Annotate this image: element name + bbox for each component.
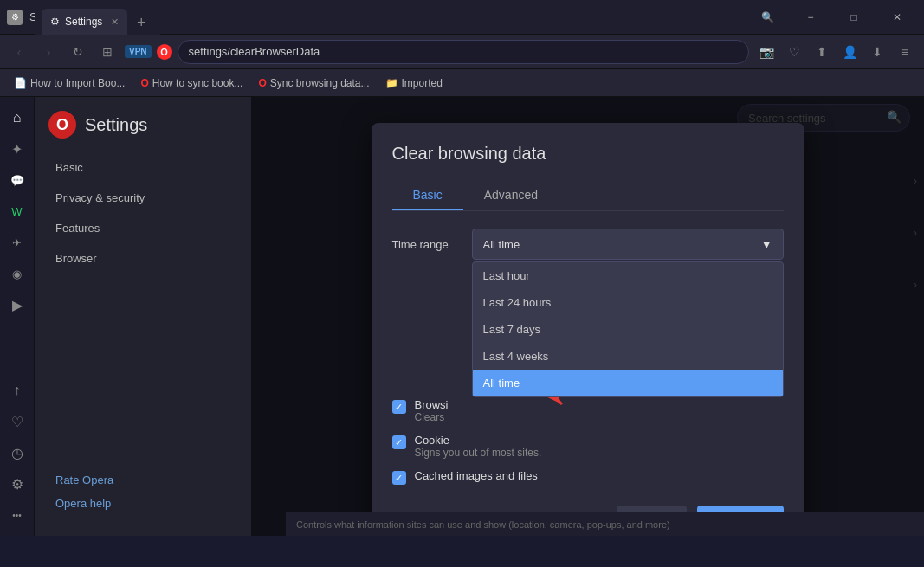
tab-favicon: ⚙ [7, 10, 23, 25]
settings-page-title: Settings [85, 115, 147, 135]
sidebar-icon-chat[interactable]: 💬 [3, 166, 31, 194]
sidebar-icon-play[interactable]: ▶ [3, 291, 31, 319]
close-button[interactable]: ✕ [877, 4, 917, 30]
bookmark-icon-1: 📄 [14, 77, 27, 89]
sidebar-icon-whatsapp[interactable]: W [3, 197, 31, 225]
opera-icon-3: O [258, 77, 266, 89]
checkbox-cookies-labels: Cookie Signs you out of most sites. [415, 434, 542, 459]
time-range-dropdown-menu: Last hour Last 24 hours Last 7 days Last… [472, 261, 784, 397]
nav-item-basic[interactable]: Basic [42, 152, 244, 183]
dialog-tabs: Basic Advanced [392, 181, 784, 211]
sidebar-icon-telegram[interactable]: ✈ [3, 229, 31, 256]
settings-title-area: O Settings [35, 111, 251, 152]
bookmark-item-2[interactable]: O How to sync book... [133, 74, 249, 93]
bookmark-label-4: Imported [402, 77, 443, 89]
camera-button[interactable]: 📷 [754, 40, 779, 64]
bookmark-label-1: How to Import Boo... [30, 77, 125, 89]
opera-logo-small: O [157, 44, 172, 60]
content-area: 🔍 › › › Clear browsing data Basic Advanc… [251, 97, 924, 536]
checkbox-row-cookies: ✓ Cookie Signs you out of most sites. [392, 434, 784, 459]
time-range-label: Time range [392, 238, 462, 251]
folder-icon-4: 📁 [385, 77, 398, 89]
clear-browsing-data-dialog: Clear browsing data Basic Advanced Time … [372, 123, 804, 536]
tab-icon: ⚙ [50, 16, 60, 28]
minimize-button[interactable]: − [791, 4, 830, 30]
nav-item-features[interactable]: Features [42, 213, 244, 243]
settings-tab[interactable]: ⚙ Settings ✕ [42, 9, 127, 35]
settings-bottom-links: Rate Opera Opera help [35, 461, 251, 522]
bottom-status-bar: Controls what information sites can use … [286, 512, 924, 536]
time-range-dropdown-button[interactable]: All time ▼ [472, 229, 784, 260]
dropdown-option-last-7d[interactable]: Last 7 days [473, 316, 783, 343]
navbar: ‹ › ↻ ⊞ VPN O settings/clearBrowserData … [0, 35, 924, 69]
sidebar-icon-star[interactable]: ✦ [3, 135, 31, 163]
dialog-tab-basic[interactable]: Basic [392, 181, 463, 210]
checkbox-cookies[interactable]: ✓ [392, 435, 406, 449]
bookmark-item-4[interactable]: 📁 Imported [378, 74, 449, 93]
sidebar-icon-arrow-up[interactable]: ↑ [3, 377, 31, 404]
sidebar-icon-gear[interactable]: ⚙ [3, 470, 31, 498]
cookies-label: Cookie [415, 434, 542, 447]
bookmark-label-3: Sync browsing data... [270, 77, 370, 89]
dropdown-chevron-icon: ▼ [761, 238, 772, 251]
sidebar-icon-clock[interactable]: ◷ [3, 439, 31, 467]
main-layout: ⌂ ✦ 💬 W ✈ ◉ ▶ ↑ ♡ ◷ ⚙ ••• O Settings Bas… [0, 97, 924, 536]
time-range-row: Time range All time ▼ Last hour Last 24 … [392, 229, 784, 260]
settings-sidebar: O Settings Basic Privacy & security Feat… [35, 97, 251, 536]
tab-close-icon[interactable]: ✕ [111, 16, 119, 28]
dialog-tab-advanced[interactable]: Advanced [463, 181, 559, 210]
address-bar[interactable]: settings/clearBrowserData [178, 40, 749, 64]
dropdown-option-last-24h[interactable]: Last 24 hours [473, 289, 783, 316]
dropdown-option-all-time[interactable]: All time [473, 370, 783, 396]
titlebar: ⚙ Settings ⚙ Settings ✕ + 🔍 − □ ✕ [0, 0, 924, 35]
menu-button[interactable]: ≡ [893, 40, 917, 64]
back-button[interactable]: ‹ [7, 40, 31, 64]
selected-value: All time [483, 238, 520, 251]
bookmarks-bar: 📄 How to Import Boo... O How to sync boo… [0, 69, 924, 97]
icon-sidebar: ⌂ ✦ 💬 W ✈ ◉ ▶ ↑ ♡ ◷ ⚙ ••• [0, 97, 35, 536]
bookmark-item-1[interactable]: 📄 How to Import Boo... [7, 74, 132, 93]
checkbox-row-browsing: ✓ Browsi Clears [392, 398, 784, 423]
tab-strip: ⚙ Settings ✕ + [35, 0, 160, 35]
checkbox-browsing-labels: Browsi Clears [415, 398, 449, 423]
sidebar-icon-heart[interactable]: ♡ [3, 408, 31, 435]
url-text: settings/clearBrowserData [189, 45, 320, 58]
vpn-badge[interactable]: VPN [125, 45, 152, 58]
add-tab-button[interactable]: + [129, 10, 153, 35]
bookmark-item-3[interactable]: O Sync browsing data... [251, 74, 376, 93]
upload-button[interactable]: ⬆ [810, 40, 834, 64]
checkbox-cache-labels: Cached images and files [415, 469, 538, 482]
opera-help-link[interactable]: Opera help [42, 492, 244, 515]
nav-right-icons: 📷 ♡ ⬆ 👤 ⬇ ≡ [754, 40, 917, 64]
rate-opera-link[interactable]: Rate Opera [42, 468, 244, 492]
download-button[interactable]: ⬇ [865, 40, 889, 64]
dialog-title: Clear browsing data [392, 144, 784, 164]
status-text: Controls what information sites can use … [296, 519, 670, 530]
checkbox-row-cache: ✓ Cached images and files [392, 469, 784, 485]
heart-button[interactable]: ♡ [782, 40, 806, 64]
maximize-button[interactable]: □ [834, 4, 874, 30]
opera-logo-large: O [48, 111, 76, 139]
dropdown-option-last-4w[interactable]: Last 4 weeks [473, 343, 783, 370]
checkbox-browsing[interactable]: ✓ [392, 400, 406, 414]
sidebar-icon-instagram[interactable]: ◉ [3, 260, 31, 287]
opera-icon-2: O [140, 77, 148, 89]
cookies-sublabel: Signs you out of most sites. [415, 447, 542, 459]
profile-button[interactable]: 👤 [837, 40, 862, 64]
sidebar-icon-more[interactable]: ••• [3, 501, 31, 529]
nav-item-browser[interactable]: Browser [42, 243, 244, 274]
forward-button[interactable]: › [36, 40, 61, 64]
refresh-button[interactable]: ↻ [66, 40, 90, 64]
grid-view-button[interactable]: ⊞ [95, 40, 120, 64]
dropdown-option-last-hour[interactable]: Last hour [473, 262, 783, 289]
nav-item-privacy[interactable]: Privacy & security [42, 183, 244, 213]
search-button[interactable]: 🔍 [747, 4, 787, 30]
checkboxes-section: ✓ Browsi Clears ✓ Cookie Signs you out o… [392, 398, 784, 485]
cache-label: Cached images and files [415, 469, 538, 482]
browsing-sublabel: Clears [415, 411, 449, 423]
sidebar-icon-home[interactable]: ⌂ [3, 104, 31, 132]
browsing-label: Browsi [415, 398, 449, 411]
dialog-overlay: Clear browsing data Basic Advanced Time … [251, 97, 924, 536]
checkbox-cache[interactable]: ✓ [392, 471, 406, 485]
bookmark-label-2: How to sync book... [152, 77, 243, 89]
